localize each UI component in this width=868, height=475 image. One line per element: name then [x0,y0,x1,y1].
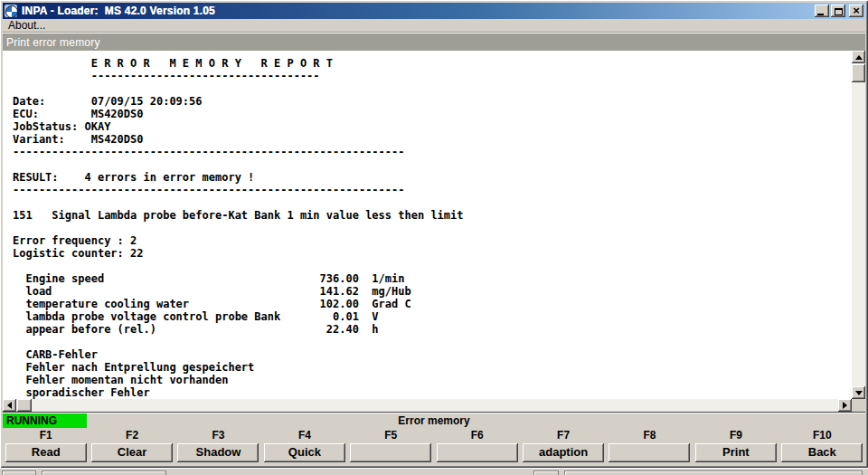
fkey-buttons: Read Clear Shadow Quick adaption Print B… [3,442,865,465]
shadow-button[interactable]: Shadow [177,443,259,462]
arrow-right-icon [843,402,847,409]
screen-title: Error memory [3,413,865,428]
title-bar[interactable]: INPA - Loader: MS 42.0 Version 1.05 × [3,3,865,19]
child-window-title: Print error memory [6,36,100,49]
scroll-up-button[interactable] [852,51,865,63]
horizontal-scrollbar[interactable] [3,399,852,412]
f6-button[interactable] [437,443,518,462]
menu-item-about[interactable]: About... [8,19,45,32]
scroll-left-button[interactable] [3,399,16,412]
report-area: E R R O R M E M O R Y R E P O R T ------… [3,51,865,412]
scroll-right-button[interactable] [838,399,852,412]
fkey-label-f4: F4 [261,428,347,442]
fkey-label-f6: F6 [434,428,520,442]
adaption-button[interactable]: adaption [523,443,604,462]
taskbar-button-top [564,470,863,475]
quick-button[interactable]: Quick [264,443,345,462]
taskbar-button-top [42,470,166,475]
back-button[interactable]: Back [781,443,863,462]
fkey-label-f10: F10 [779,428,865,442]
fkey-label-f2: F2 [89,428,175,442]
close-button[interactable]: × [849,5,863,17]
print-button[interactable]: Print [695,443,777,462]
bmw-roundel-icon[interactable] [5,5,17,17]
taskbar-strip[interactable] [0,468,868,475]
fkey-label-f5: F5 [348,428,434,442]
clear-button[interactable]: Clear [91,443,173,462]
window-title: INPA - Loader: MS 42.0 Version 1.05 [20,5,813,17]
status-bar: RUNNING Error memory [3,412,865,428]
fkey-label-f7: F7 [520,428,606,442]
minimize-button[interactable] [815,5,829,17]
window-controls: × [813,5,863,17]
fkey-label-f8: F8 [607,428,693,442]
vertical-scroll-thumb[interactable] [852,64,865,82]
maximize-button[interactable] [831,5,845,17]
vertical-scrollbar[interactable] [852,51,865,399]
maximize-icon [835,8,843,15]
fkey-label-f1: F1 [3,428,89,442]
fkey-labels: F1 F2 F3 F4 F5 F6 F7 F8 F9 F10 [3,428,865,442]
fkey-label-f3: F3 [175,428,261,442]
arrow-left-icon [7,402,12,409]
menu-bar: About... [3,19,865,33]
child-window-titlebar: Print error memory [3,33,865,51]
fkey-label-f9: F9 [693,428,778,442]
arrow-up-icon [855,55,863,60]
read-button[interactable]: Read [5,443,87,462]
minimize-icon [817,14,824,15]
arrow-down-icon [855,391,863,395]
horizontal-scroll-thumb[interactable] [17,399,32,412]
scroll-down-button[interactable] [852,386,865,399]
f5-button[interactable] [350,443,431,462]
inpa-window: INPA - Loader: MS 42.0 Version 1.05 × Ab… [0,0,868,468]
scrollbar-corner [852,399,865,412]
taskbar-button-top [2,470,36,475]
f8-button[interactable] [609,443,690,462]
error-memory-report: E R R O R M E M O R Y R E P O R T ------… [3,51,865,399]
close-icon: × [853,6,860,15]
taskbar-button-top [533,470,559,475]
